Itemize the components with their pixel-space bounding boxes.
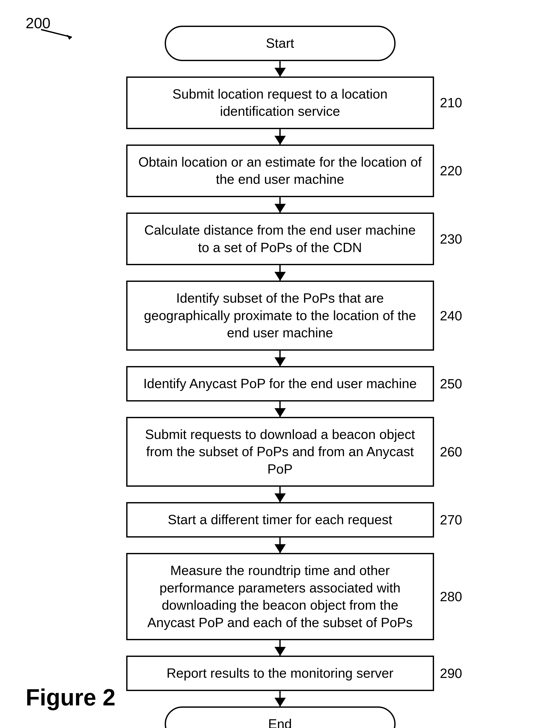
step-280-wrapper: Measure the roundtrip time and other per… — [101, 553, 460, 640]
step-230-box: Calculate distance from the end user mac… — [126, 213, 434, 265]
arrow-2 — [280, 129, 280, 145]
figure-label: Figure 2 — [26, 684, 116, 711]
end-node: End — [165, 706, 395, 728]
start-node: Start — [165, 26, 395, 61]
svg-line-1 — [41, 30, 72, 37]
diagram-number: 200 — [26, 15, 77, 45]
step-270-label: 270 — [440, 512, 462, 528]
step-280-label: 280 — [440, 589, 462, 604]
arrow-8 — [280, 538, 280, 553]
arrow-6 — [280, 401, 280, 417]
step-240-label: 240 — [440, 308, 462, 323]
step-220-label: 220 — [440, 163, 462, 178]
step-270-box: Start a different timer for each request — [126, 502, 434, 538]
end-node-wrapper: End — [101, 706, 460, 728]
arrow-7 — [280, 487, 280, 502]
arrow-5 — [280, 351, 280, 366]
step-280-box: Measure the roundtrip time and other per… — [126, 553, 434, 640]
step-240-box: Identify subset of the PoPs that are geo… — [126, 281, 434, 351]
step-220-box: Obtain location or an estimate for the l… — [126, 145, 434, 197]
arrow-1 — [280, 61, 280, 76]
step-210-wrapper: Submit location request to a location id… — [101, 76, 460, 129]
step-220-wrapper: Obtain location or an estimate for the l… — [101, 145, 460, 197]
arrow-9 — [280, 640, 280, 656]
step-270-wrapper: Start a different timer for each request… — [101, 502, 460, 538]
arrow-3 — [280, 197, 280, 213]
step-260-label: 260 — [440, 444, 462, 459]
step-290-wrapper: Report results to the monitoring server … — [101, 656, 460, 691]
step-230-wrapper: Calculate distance from the end user mac… — [101, 213, 460, 265]
step-250-box: Identify Anycast PoP for the end user ma… — [126, 366, 434, 401]
step-210-label: 210 — [440, 95, 462, 110]
svg-text:200: 200 — [26, 15, 51, 31]
start-node-wrapper: Start — [101, 26, 460, 61]
step-290-label: 290 — [440, 666, 462, 681]
arrow-10 — [280, 691, 280, 706]
svg-marker-2 — [67, 35, 72, 40]
step-290-box: Report results to the monitoring server — [126, 656, 434, 691]
step-260-box: Submit requests to download a beacon obj… — [126, 417, 434, 487]
step-250-label: 250 — [440, 376, 462, 391]
page-container: 200 Start Submit location request to a l… — [0, 0, 560, 728]
arrow-4 — [280, 265, 280, 281]
step-240-wrapper: Identify subset of the PoPs that are geo… — [101, 281, 460, 351]
step-250-wrapper: Identify Anycast PoP for the end user ma… — [101, 366, 460, 401]
step-210-box: Submit location request to a location id… — [126, 76, 434, 129]
step-260-wrapper: Submit requests to download a beacon obj… — [101, 417, 460, 487]
step-230-label: 230 — [440, 231, 462, 247]
flowchart: Start Submit location request to a locat… — [101, 26, 460, 728]
